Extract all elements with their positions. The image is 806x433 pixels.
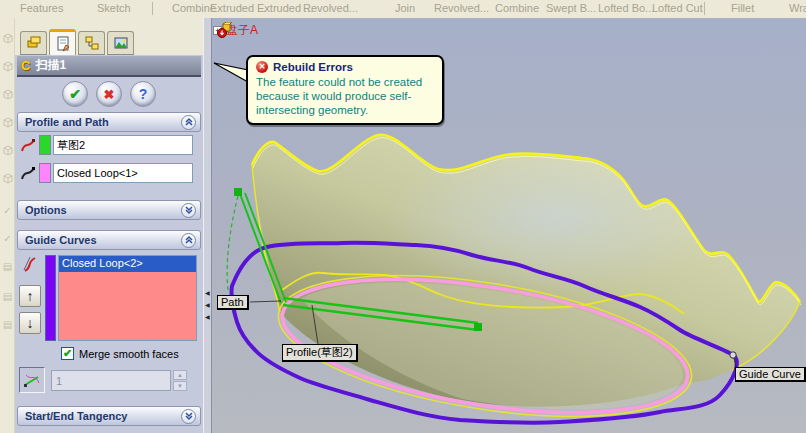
panel-splitter[interactable]: ◀ ◀ ◀ xyxy=(203,18,212,433)
feature-tree-item[interactable]: + 盘子A xyxy=(213,22,258,39)
toolbar-button-swept-boss[interactable]: Swept B... xyxy=(546,2,596,14)
cancel-button[interactable]: ✖ xyxy=(96,81,122,107)
spin-up-button[interactable]: ▲ xyxy=(173,370,187,380)
solidworks-window: Features Sketch Combine Extruded ... Ext… xyxy=(0,0,806,433)
guide-color-swatch xyxy=(45,255,56,341)
move-down-button[interactable]: ↓ xyxy=(19,312,41,334)
rebuild-errors-tooltip: ✕ Rebuild Errors The feature could not b… xyxy=(246,55,444,125)
section-profile-and-path[interactable]: Profile and Path xyxy=(17,112,201,132)
path-row xyxy=(19,163,193,183)
section-title: Profile and Path xyxy=(18,116,181,128)
tooltip-message: The feature could not be created because… xyxy=(256,75,436,117)
help-button[interactable]: ? xyxy=(130,81,156,107)
property-manager-icon xyxy=(55,36,71,52)
stamp-tool-icon[interactable]: ▤ xyxy=(1,260,14,273)
toolbar-separator xyxy=(152,2,153,15)
splitter-arrow-icon: ◀ xyxy=(205,314,210,320)
main-toolbar: Features Sketch Combine Extruded ... Ext… xyxy=(0,0,806,18)
cube-icon[interactable] xyxy=(1,144,14,157)
section-options[interactable]: Options xyxy=(17,200,201,220)
toolbar-button-fillet[interactable]: Fillet xyxy=(731,2,754,14)
profile-color-swatch xyxy=(39,135,51,155)
guide-curves-listbox[interactable]: Closed Loop<2> xyxy=(58,255,197,341)
callout-path: Path xyxy=(217,295,249,310)
tab-feature-manager[interactable] xyxy=(20,31,47,55)
feature-header: C 扫描1 xyxy=(17,56,201,77)
manager-tabstrip xyxy=(15,18,203,55)
influence-value-input[interactable] xyxy=(51,370,171,391)
splitter-arrow-icon: ◀ xyxy=(205,302,210,308)
guide-curve-icon xyxy=(21,255,39,273)
feature-manager-icon xyxy=(26,35,42,51)
toolbar-button-join[interactable]: Join xyxy=(395,2,415,14)
path-color-swatch xyxy=(39,163,51,183)
section-guide-curves[interactable]: Guide Curves xyxy=(17,230,201,250)
splitter-arrow-icon: ◀ xyxy=(205,290,210,296)
merge-smooth-faces-label: Merge smooth faces xyxy=(79,348,179,360)
toolbar-button-lofted-boss[interactable]: Lofted Bo... xyxy=(598,2,654,14)
part-error-icon xyxy=(217,22,233,38)
menu-sketch[interactable]: Sketch xyxy=(97,2,131,14)
expand-chevron-icon[interactable] xyxy=(181,409,196,424)
move-up-button[interactable]: ↑ xyxy=(19,285,41,307)
display-pane-icon xyxy=(113,35,129,51)
list-item-selected[interactable]: Closed Loop<2> xyxy=(59,256,196,272)
cube-icon[interactable] xyxy=(1,32,14,45)
check-tool-icon[interactable]: ✓ xyxy=(1,204,14,217)
toolbar-button-lofted-cut[interactable]: Lofted Cut xyxy=(652,2,703,14)
cube-icon[interactable] xyxy=(1,88,14,101)
spin-down-button[interactable]: ▼ xyxy=(173,381,187,391)
profile-input[interactable] xyxy=(53,135,193,155)
path-sketch-icon xyxy=(19,164,37,182)
path-endpoint-handle xyxy=(474,323,482,331)
cube-icon[interactable] xyxy=(1,60,14,73)
section-title: Options xyxy=(18,204,181,216)
tab-display-pane[interactable] xyxy=(107,31,134,55)
confirm-button-group: ✔ ✖ ? xyxy=(17,81,201,111)
copy-tool-icon[interactable]: ▤ xyxy=(1,318,14,331)
toolbar-button-wrap[interactable]: Wrap xyxy=(789,2,806,14)
ok-button[interactable]: ✔ xyxy=(62,81,88,107)
section-title: Start/End Tangency xyxy=(18,410,181,422)
error-icon: ✕ xyxy=(256,61,268,73)
profile-row xyxy=(19,135,193,155)
feature-title: 扫描1 xyxy=(35,57,66,74)
check-tool-icon[interactable]: ✓ xyxy=(1,232,14,245)
toolbar-separator xyxy=(704,2,705,15)
callout-profile: Profile(草图2) xyxy=(282,344,358,362)
graphics-area: + 盘子A ✕ Rebuild Errors The feature could… xyxy=(212,18,806,433)
cube-icon[interactable] xyxy=(1,172,14,185)
guide-tangency-influence-button[interactable] xyxy=(19,367,45,393)
callout-guide-curve: Guide Curve xyxy=(735,367,806,382)
sweep-icon: C xyxy=(21,58,30,73)
section-start-end-tangency[interactable]: Start/End Tangency xyxy=(17,406,201,426)
path-endpoint-handle xyxy=(234,188,242,196)
menu-features[interactable]: Features xyxy=(20,2,63,14)
collapse-chevron-icon[interactable] xyxy=(181,115,196,130)
toolbar-button-combine-2[interactable]: Combine xyxy=(495,2,539,14)
side-toolbar: ✓ ✓ ▤ ▤ ▤ xyxy=(0,18,15,433)
expand-chevron-icon[interactable] xyxy=(181,203,196,218)
property-manager-panel: C 扫描1 ✔ ✖ ? Profile and Path Options xyxy=(15,18,203,433)
path-input[interactable] xyxy=(53,163,193,183)
toolbar-button-revolved-boss[interactable]: Revolved... xyxy=(303,2,358,14)
copy-tool-icon[interactable]: ▤ xyxy=(1,290,14,303)
profile-sketch-icon xyxy=(19,136,37,154)
tooltip-title: Rebuild Errors xyxy=(273,61,353,73)
merge-smooth-faces-checkbox[interactable]: ✔ xyxy=(61,347,74,360)
tab-configuration-manager[interactable] xyxy=(78,31,105,55)
collapse-chevron-icon[interactable] xyxy=(181,233,196,248)
guide-curve-point-marker xyxy=(730,352,736,358)
configuration-manager-icon xyxy=(84,35,100,51)
influence-icon xyxy=(23,371,41,389)
toolbar-button-revolved-cut[interactable]: Revolved... xyxy=(434,2,489,14)
tab-property-manager[interactable] xyxy=(49,29,76,55)
section-title: Guide Curves xyxy=(18,234,181,246)
cube-icon[interactable] xyxy=(1,116,14,129)
